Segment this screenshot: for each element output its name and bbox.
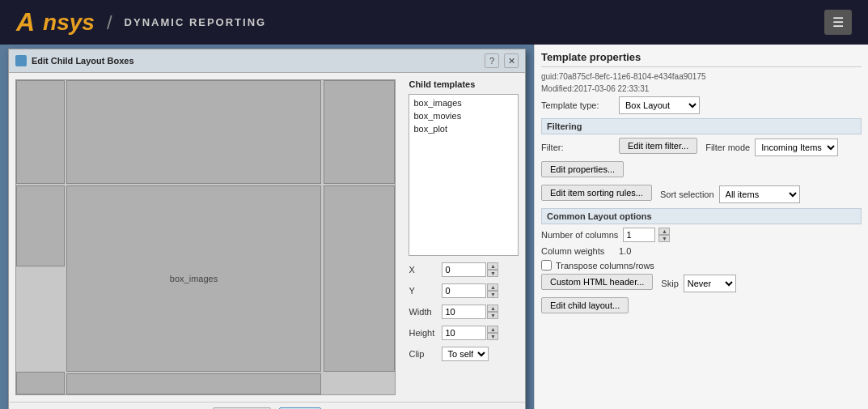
num-columns-spinner[interactable]: ▲ ▼: [658, 228, 670, 242]
width-spinner[interactable]: ▲ ▼: [487, 305, 498, 319]
edit-sorting-button[interactable]: Edit item sorting rules...: [541, 185, 652, 201]
skip-select[interactable]: Never Always If empty: [684, 275, 736, 292]
transpose-label: Transpose columns/rows: [556, 261, 654, 271]
logo-text: nsys: [43, 10, 95, 36]
dialog-footer: Cancel Ok: [9, 402, 525, 409]
dialog-title-text: Edit Child Layout Boxes: [32, 56, 480, 66]
num-columns-row: Number of columns ▲ ▼: [541, 228, 862, 242]
layout-box-bottom-center[interactable]: [66, 373, 321, 394]
top-bar: A nsys / DYNAMIC REPORTING ☰: [0, 0, 868, 45]
x-down-button[interactable]: ▼: [487, 270, 498, 277]
x-spinner[interactable]: ▲ ▼: [487, 262, 498, 277]
transpose-row: Transpose columns/rows: [541, 260, 862, 271]
skip-label: Skip: [661, 279, 678, 288]
edit-filter-button[interactable]: Edit item filter...: [619, 138, 697, 154]
common-layout-header: Common Layout options: [541, 208, 862, 224]
canvas-area: box_images: [9, 73, 404, 402]
template-item-2[interactable]: box_plot: [411, 122, 516, 135]
template-properties-panel: Template properties guid:70a875cf-8efc-1…: [534, 45, 868, 409]
x-input[interactable]: [442, 262, 486, 277]
x-up-button[interactable]: ▲: [487, 262, 498, 270]
col-weights-value: 1.0: [619, 246, 631, 256]
width-up-button[interactable]: ▲: [487, 305, 498, 312]
num-columns-label: Number of columns: [541, 230, 618, 240]
y-up-button[interactable]: ▲: [487, 283, 498, 291]
filtering-header: Filtering: [541, 118, 862, 134]
height-spinner[interactable]: ▲ ▼: [487, 326, 498, 340]
num-columns-up[interactable]: ▲: [658, 228, 670, 235]
y-input[interactable]: [442, 283, 486, 298]
col-weights-row: Column weights 1.0: [541, 246, 862, 256]
layout-preview[interactable]: box_images: [15, 79, 396, 395]
hamburger-menu-button[interactable]: ☰: [824, 10, 852, 35]
edit-child-layout-button[interactable]: Edit child layout...: [541, 297, 629, 313]
filter-label: Filter:: [541, 143, 614, 152]
layout-box-mid-left[interactable]: [16, 185, 65, 266]
x-field-row: X ▲ ▼: [409, 262, 520, 277]
width-down-button[interactable]: ▼: [487, 312, 498, 319]
layout-box-top-center[interactable]: [66, 80, 321, 184]
width-label: Width: [409, 307, 439, 317]
width-input[interactable]: [442, 305, 486, 319]
num-columns-input[interactable]: [623, 228, 655, 242]
child-templates-label: Child templates: [409, 79, 520, 89]
y-down-button[interactable]: ▼: [487, 291, 498, 298]
sort-row: Edit item sorting rules... Sort selectio…: [541, 185, 862, 204]
y-label: Y: [409, 286, 439, 296]
templates-list[interactable]: box_images box_movies box_plot: [409, 94, 519, 256]
dialog-help-button[interactable]: ?: [485, 53, 499, 68]
layout-box-main[interactable]: box_images: [66, 185, 321, 372]
height-field-row: Height ▲ ▼: [409, 326, 520, 340]
sort-selection-select[interactable]: All items: [719, 185, 800, 203]
layout-box-top-right[interactable]: [324, 80, 395, 184]
props-guid: guid:70a875cf-8efc-11e6-8104-e434faa9017…: [541, 72, 862, 81]
col-weights-label: Column weights: [541, 246, 614, 256]
custom-html-button[interactable]: Custom HTML header...: [541, 274, 653, 290]
custom-html-row: Custom HTML header... Skip Never Always …: [541, 274, 862, 293]
clip-label: Clip: [409, 349, 439, 359]
height-input[interactable]: [442, 326, 486, 340]
num-columns-down[interactable]: ▼: [658, 235, 670, 242]
edit-properties-button[interactable]: Edit properties...: [541, 161, 624, 177]
transpose-checkbox[interactable]: [541, 260, 552, 271]
layout-box-mid-right[interactable]: [324, 185, 395, 372]
dialog-close-button[interactable]: ✕: [504, 53, 519, 68]
width-field-row: Width ▲ ▼: [409, 305, 520, 319]
sort-selection-label: Sort selection: [660, 190, 714, 199]
template-type-row: Template type: Box Layout: [541, 96, 862, 114]
dialog-body: box_images Child templates: [9, 73, 525, 402]
right-panel: Child templates box_images box_movies bo…: [404, 73, 525, 402]
clip-row: Clip To self: [409, 347, 520, 361]
template-item-1[interactable]: box_movies: [411, 109, 516, 122]
clip-select[interactable]: To self: [442, 347, 489, 361]
layout-box-top-left[interactable]: [16, 80, 65, 184]
dialog-area: Organized. Productive. Open. Edit Child …: [0, 45, 534, 409]
x-label: X: [409, 265, 439, 275]
box-images-label: box_images: [170, 274, 218, 283]
logo-divider: /: [107, 11, 112, 34]
filter-row: Filter: Edit item filter... Filter mode …: [541, 138, 862, 157]
template-type-label: Template type:: [541, 100, 614, 110]
layout-box-bottom-left[interactable]: [16, 372, 65, 394]
props-modified: Modified:2017-03-06 22:33:31: [541, 84, 862, 93]
filter-mode-label: Filter mode: [705, 143, 750, 152]
main-area: Organized. Productive. Open. Edit Child …: [0, 45, 868, 409]
height-up-button[interactable]: ▲: [487, 326, 498, 333]
logo-a-letter: A: [16, 7, 35, 37]
logo-area: A nsys / DYNAMIC REPORTING: [16, 7, 266, 37]
height-label: Height: [409, 328, 439, 338]
template-type-select[interactable]: Box Layout: [619, 96, 700, 114]
template-item-0[interactable]: box_images: [411, 96, 516, 109]
y-spinner[interactable]: ▲ ▼: [487, 283, 498, 298]
dynamic-reporting-text: DYNAMIC REPORTING: [125, 16, 267, 28]
filter-mode-select[interactable]: Incoming Items All items: [755, 138, 838, 156]
dialog-titlebar: Edit Child Layout Boxes ? ✕: [9, 49, 525, 73]
y-field-row: Y ▲ ▼: [409, 283, 520, 298]
height-down-button[interactable]: ▼: [487, 333, 498, 340]
dialog-icon: [15, 55, 27, 66]
edit-child-layout-dialog: Edit Child Layout Boxes ? ✕ box_images: [8, 49, 526, 409]
props-panel-title: Template properties: [541, 51, 862, 67]
